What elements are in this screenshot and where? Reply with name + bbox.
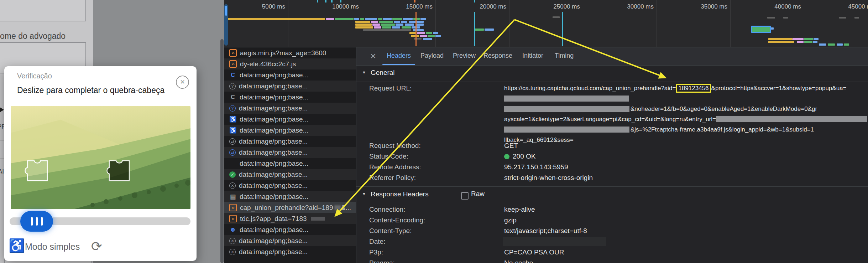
network-request-row[interactable]: ✕data:image/png;base...: [224, 246, 356, 257]
page-input-top[interactable]: [0, 0, 86, 21]
close-icon[interactable]: ✕: [176, 76, 189, 89]
network-request-list: ‹›aegis.min.js?max_age=3600‹›dy-ele.436c…: [224, 47, 356, 263]
redacted-bar: [716, 116, 867, 122]
general-section-title[interactable]: General: [371, 69, 395, 77]
request-url-line4: ayscale=1&clientype=2&userLanguage=pt&ca…: [504, 114, 867, 124]
network-request-row[interactable]: Cdata:image/png;base...: [224, 69, 356, 81]
request-name: data:image/png;base...: [240, 226, 308, 234]
slider-grip-bar: [36, 217, 38, 226]
network-request-row[interactable]: ✓data:image/png;base...: [224, 169, 356, 180]
network-overview-timeline[interactable]: 5000 ms10000 ms15000 ms20000 ms25000 ms3…: [224, 0, 868, 47]
timeline-tick-label: 45000 ms: [821, 3, 868, 10]
captcha-dialog: Verificação ✕ Deslize para completar o q…: [4, 66, 197, 261]
chevron-down-icon[interactable]: ▼: [362, 192, 366, 196]
divider: [356, 82, 868, 82]
timeline-gridline: [804, 0, 804, 47]
general-value: strict-origin-when-cross-origin: [504, 172, 593, 183]
request-url-line5: &js=%2Ftcaptcha-frame.a3b4aa9f.js&login_…: [504, 124, 867, 135]
accessibility-image-icon: ♿: [229, 127, 236, 134]
request-name: data:image/png;base...: [239, 82, 308, 90]
network-request-row[interactable]: ☻data:image/png;base...: [224, 224, 356, 235]
timeline-gridline: [362, 0, 362, 47]
timeline-gridline: [583, 0, 583, 47]
accessibility-image-icon: ♿: [229, 116, 236, 123]
request-name: data:image/png;base...: [239, 104, 308, 112]
network-request-row[interactable]: ✕data:image/png;base...: [224, 180, 356, 191]
request-name: data:image/png;base...: [240, 127, 308, 134]
request-name: tdc.js?app_data=7183: [240, 215, 307, 223]
tab-response[interactable]: Response: [483, 47, 512, 64]
help-image-icon: ?: [229, 105, 236, 112]
request-name: data:image/png;base...: [239, 248, 308, 256]
page-field-label: ome do advogado: [0, 31, 66, 41]
general-value: 95.217.150.143:5959: [504, 162, 568, 172]
response-header-row: P3p:CP=CAO PSA OUR: [356, 247, 868, 258]
close-icon[interactable]: ✕: [368, 51, 378, 61]
tab-timing[interactable]: Timing: [555, 47, 574, 64]
chevron-down-icon[interactable]: ▼: [362, 70, 366, 74]
timeline-tick-label: 5000 ms: [232, 3, 285, 10]
swap-image-icon: ⇄: [229, 138, 236, 145]
timeline-tick-label: 30000 ms: [600, 3, 654, 10]
refresh-image-icon: C: [229, 94, 236, 101]
refresh-icon[interactable]: ⟳: [91, 239, 102, 254]
js-file-icon: ‹›: [229, 60, 237, 68]
puzzle-piece-hole: [107, 161, 129, 181]
network-request-row[interactable]: ⇄data:image/png;base...: [224, 147, 356, 158]
response-header-row: Pragma:No-cache: [356, 258, 868, 263]
tab-payload[interactable]: Payload: [420, 47, 444, 64]
close-image-icon: ✕: [229, 182, 236, 189]
response-header-label: Connection:: [369, 204, 405, 215]
request-name: cap_union_prehandle?aid=189: [240, 204, 333, 212]
request-name: data:image/png;base...: [240, 71, 308, 79]
network-request-row[interactable]: ‹›dy-ele.436cc2c7.js: [224, 58, 356, 69]
timeline-tick-label: 40000 ms: [748, 3, 801, 10]
slider-handle[interactable]: [20, 211, 53, 232]
page-scrollbar[interactable]: [220, 39, 224, 263]
request-detail-pane: ✕ HeadersPayloadPreviewResponseInitiator…: [356, 47, 868, 263]
picture-image-icon: ▦: [229, 193, 236, 200]
captcha-title: Verificação: [17, 72, 52, 80]
network-request-row[interactable]: data:image/png;base...: [224, 158, 356, 169]
general-value: GET: [504, 140, 518, 151]
tab-initiator[interactable]: Initiator: [522, 47, 543, 64]
status-ok-dot: [504, 154, 509, 159]
timeline-gridline: [288, 0, 288, 47]
slider-grip-bar: [41, 217, 43, 226]
tab-preview[interactable]: Preview: [453, 47, 476, 64]
general-row: Request Method:GET: [356, 140, 868, 151]
response-header-row: Date:: [356, 236, 868, 247]
network-request-row[interactable]: ♿data:image/png;base...: [224, 125, 356, 136]
response-header-label: Content-Encoding:: [369, 215, 425, 226]
redacted-bar: [504, 96, 629, 102]
network-request-row[interactable]: ⇄data:image/png;base...: [224, 136, 356, 147]
network-request-row[interactable]: ♿data:image/png;base...: [224, 114, 356, 125]
raw-checkbox-label[interactable]: Raw: [471, 190, 485, 198]
aid-value-highlight: 189123456: [676, 84, 711, 93]
network-request-row[interactable]: ?data:image/png;base...: [224, 103, 356, 114]
response-headers-section-title[interactable]: Response Headers: [371, 190, 429, 198]
general-row: Referrer Policy:strict-origin-when-cross…: [356, 172, 868, 183]
help-image-icon: ?: [229, 83, 236, 89]
request-name: aegis.min.js?max_age=3600: [240, 49, 326, 57]
timeline-gridline: [730, 0, 731, 47]
page-divider: [0, 159, 4, 159]
response-header-value: text/javascript;charset=utf-8: [504, 226, 587, 236]
network-request-row[interactable]: Cdata:image/png;base...: [224, 92, 356, 103]
response-header-label: Content-Type:: [369, 226, 412, 236]
response-header-value: gzip: [504, 215, 517, 226]
network-request-row[interactable]: ‹›aegis.min.js?max_age=3600: [224, 47, 356, 58]
redacted-blur: [311, 217, 325, 221]
timeline-tick-label: 10000 ms: [305, 3, 359, 10]
network-request-row[interactable]: ▦data:image/png;base...: [224, 191, 356, 202]
redacted-bar: [504, 106, 629, 112]
simple-mode-link[interactable]: Modo simples: [25, 242, 80, 252]
divider: [356, 202, 868, 202]
raw-checkbox[interactable]: [461, 192, 469, 200]
timeline-tick-label: 20000 ms: [453, 3, 506, 10]
tab-headers[interactable]: Headers: [387, 47, 411, 64]
timeline-gridline: [435, 0, 436, 47]
network-request-row[interactable]: ✕data:image/png;base...: [224, 235, 356, 246]
network-request-row[interactable]: ?data:image/png;base...: [224, 81, 356, 92]
close-image-icon: ✕: [229, 249, 236, 255]
